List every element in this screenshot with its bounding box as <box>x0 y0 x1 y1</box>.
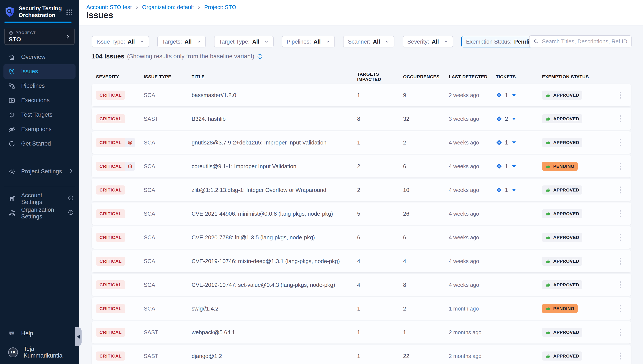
table-row[interactable]: CRITICAL SCA CVE-2020-7788: ini@1.3.5 (l… <box>92 226 631 249</box>
ticket-dropdown[interactable]: 1 <box>496 187 542 194</box>
table-row[interactable]: CRITICAL SCA coreutils@9.1-1: Improper I… <box>92 155 631 178</box>
breadcrumb-project-link[interactable]: Project: STO <box>204 4 236 10</box>
table-row[interactable]: CRITICAL SCA swig//1.4.2 1 2 1 month ago <box>92 297 631 320</box>
search-input[interactable] <box>542 38 627 45</box>
info-icon[interactable] <box>257 54 263 59</box>
cube-icon <box>9 30 13 35</box>
targets-impacted: 4 <box>357 282 403 288</box>
severity-badge: CRITICAL <box>96 138 135 147</box>
sidebar-item-executions[interactable]: Executions <box>0 93 79 108</box>
ticket-dropdown[interactable]: 2 <box>496 116 542 122</box>
ticket-count: 1 <box>505 163 508 170</box>
sidebar-item-test-targets[interactable]: Test Targets <box>0 108 79 122</box>
ticket-caret-icon <box>512 189 516 191</box>
filter-pipelines[interactable]: Pipelines:All <box>282 36 335 48</box>
row-menu-button[interactable] <box>616 231 625 244</box>
filter-targets[interactable]: Targets:All <box>157 36 206 48</box>
sidebar-item-overview[interactable]: Overview <box>0 50 79 64</box>
row-menu-button[interactable] <box>616 302 625 315</box>
chevron-right-icon <box>135 5 139 10</box>
severity-badge: CRITICAL <box>96 162 135 171</box>
issues-count-note: (Showing results only from the baseline … <box>127 53 254 60</box>
sidebar-collapse-handle[interactable] <box>75 327 82 346</box>
row-menu-button[interactable] <box>616 278 625 291</box>
info-icon[interactable] <box>68 210 74 217</box>
row-menu-button[interactable] <box>616 112 625 125</box>
col-targets-impacted: TARGETS IMPACTED <box>357 72 403 82</box>
row-menu-button[interactable] <box>616 326 625 339</box>
table-row[interactable]: CRITICAL SCA bassmaster//1.2.0 1 9 2 wee… <box>92 84 631 106</box>
table-row[interactable]: CRITICAL SAST webpack@5.64.1 1 1 2 month… <box>92 321 631 344</box>
filter-issue-type[interactable]: Issue Type:All <box>92 36 149 48</box>
row-menu-button[interactable] <box>616 136 625 149</box>
sidebar-item-get-started[interactable]: Get Started <box>0 136 79 151</box>
table-row[interactable]: CRITICAL SAST django@1.2 1 22 2 months a… <box>92 345 631 364</box>
occurrences: 2 <box>403 305 449 312</box>
row-menu-button[interactable] <box>616 160 625 173</box>
issue-type: SCA <box>144 92 192 98</box>
filter-scanner[interactable]: Scanner:All <box>343 36 394 48</box>
col-severity: SEVERITY <box>96 74 144 79</box>
ticket-caret-icon <box>512 118 516 120</box>
chevron-down-icon <box>264 39 269 44</box>
exemption-status-label: APPROVED <box>553 330 579 335</box>
sidebar-item-exemptions[interactable]: Exemptions <box>0 122 79 136</box>
chevron-down-icon <box>444 39 448 44</box>
exemption-status-badge: PENDING <box>542 304 578 313</box>
help-button[interactable]: ? Help <box>0 326 79 341</box>
breadcrumb-org-link[interactable]: Organization: default <box>142 4 194 10</box>
breadcrumb: Account: STO test Organization: default … <box>86 4 236 10</box>
chevron-right-icon <box>68 168 74 175</box>
severity-label: CRITICAL <box>96 328 125 337</box>
table-row[interactable]: CRITICAL SCA CVE-2019-10747: set-value@0… <box>92 274 631 296</box>
sidebar-item-organization-settings[interactable]: Organization Settings <box>0 206 79 220</box>
table-row[interactable]: CRITICAL SCA CVE-2021-44906: minimist@0.… <box>92 202 631 225</box>
jira-icon <box>496 139 502 146</box>
executions-icon <box>8 97 16 104</box>
sidebar-item-account-settings[interactable]: Account Settings <box>0 192 79 206</box>
exemption-status-label: APPROVED <box>553 140 579 145</box>
sidebar-item-pipelines[interactable]: Pipelines <box>0 79 79 93</box>
info-icon[interactable] <box>68 195 74 202</box>
chevron-right-icon <box>197 5 201 10</box>
filter-severity[interactable]: Severity:All <box>403 36 453 48</box>
issue-title: gnutls28@3.7.9-2+deb12u5: Improper Input… <box>192 139 357 146</box>
breadcrumb-account-link[interactable]: Account: STO test <box>86 4 132 10</box>
thumbs-up-icon <box>545 282 551 288</box>
project-selector[interactable]: PROJECT STO <box>4 28 75 45</box>
occurrences: 4 <box>403 258 449 264</box>
severity-label: CRITICAL <box>96 90 125 100</box>
module-grid-icon[interactable] <box>66 9 73 16</box>
table-row[interactable]: CRITICAL SCA gnutls28@3.7.9-2+deb12u5: I… <box>92 131 631 154</box>
sidebar-item-label: Pipelines <box>21 82 45 89</box>
row-menu-button[interactable] <box>616 207 625 220</box>
table-row[interactable]: CRITICAL SAST B324: hashlib 8 32 3 weeks… <box>92 108 631 130</box>
severity-label: CRITICAL <box>96 162 125 171</box>
severity-label: CRITICAL <box>96 209 125 218</box>
table-row[interactable]: CRITICAL SCA CVE-2019-10746: mixin-deep@… <box>92 250 631 272</box>
row-menu-button[interactable] <box>616 184 625 196</box>
sidebar-item-issues[interactable]: Issues <box>4 64 76 79</box>
jira-icon <box>496 187 502 193</box>
table-row[interactable]: CRITICAL SCA zlib@1:1.2.13.dfsg-1: Integ… <box>92 179 631 201</box>
ticket-dropdown[interactable]: 1 <box>496 139 542 146</box>
row-menu-button[interactable] <box>616 89 625 102</box>
thumbs-up-icon <box>545 187 551 193</box>
ticket-dropdown[interactable]: 1 <box>496 163 542 170</box>
row-menu-button[interactable] <box>616 255 625 268</box>
sidebar-item-label: Project Settings <box>21 168 62 175</box>
row-menu-button[interactable] <box>616 350 625 362</box>
col-issue-type: ISSUE TYPE <box>144 74 192 79</box>
exemption-status-badge: APPROVED <box>542 280 582 290</box>
exemption-status-label: APPROVED <box>553 92 579 98</box>
last-detected: 4 weeks ago <box>449 140 496 146</box>
issue-type: SCA <box>144 210 192 217</box>
issues-count: 104 Issues <box>92 52 125 60</box>
sidebar-item-project-settings[interactable]: Project Settings <box>0 164 79 179</box>
user-menu[interactable]: TK Teja Kummarikuntla <box>0 345 79 360</box>
filter-target-type[interactable]: Target Type:All <box>214 36 274 48</box>
ticket-caret-icon <box>512 165 516 168</box>
col-last-detected: LAST DETECTED <box>449 74 496 79</box>
org-hierarchy-gear-icon <box>8 210 16 217</box>
ticket-dropdown[interactable]: 1 <box>496 92 542 98</box>
